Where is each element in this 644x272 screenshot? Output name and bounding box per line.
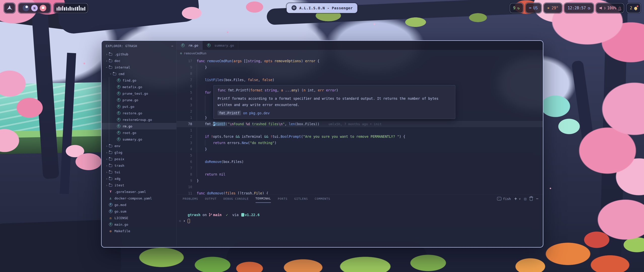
- panel-more-icon[interactable]: ⋯: [536, 196, 538, 201]
- app-launcher-button[interactable]: [4, 3, 15, 13]
- code-line[interactable]: 11func doRemove(files []trash.File) {: [177, 190, 543, 194]
- tree-item-label: restoreGroup.go: [123, 118, 152, 122]
- clock-widget[interactable]: 12:28:57 ◷: [564, 3, 594, 13]
- panel-tab-ports[interactable]: PORTS: [278, 195, 288, 203]
- panel-tab-gitlens[interactable]: GITLENS: [294, 195, 308, 203]
- prompt-segment: on: [200, 213, 209, 217]
- code-line[interactable]: 4 }: [177, 146, 543, 152]
- code-line[interactable]: 7: [177, 165, 543, 171]
- tree-item-put.go[interactable]: Gput.go: [102, 103, 176, 110]
- kill-terminal-icon[interactable]: [530, 198, 533, 201]
- tree-item-prune_test.go[interactable]: Gprune_test.go: [102, 90, 176, 97]
- code-token: .: [252, 191, 254, 194]
- new-terminal-button[interactable]: +: [514, 196, 517, 201]
- code-line[interactable]: 8 return nil: [177, 171, 543, 178]
- notion-icon[interactable]: N: [31, 5, 38, 11]
- tree-item-prune.go[interactable]: Gprune.go: [102, 97, 176, 103]
- tree-item-metafix.go[interactable]: Gmetafix.go: [102, 84, 176, 90]
- code-line[interactable]: 9}: [177, 178, 543, 184]
- weather-widget[interactable]: ☀ 29°: [544, 3, 562, 13]
- tree-item-go.sum[interactable]: Ggo.sum: [102, 208, 176, 215]
- code-line[interactable]: 78 fmt.Printf("\nFound %d trashed files\…: [177, 121, 543, 127]
- prompt-segment: [222, 213, 226, 217]
- notifications-widget[interactable]: 2: [626, 3, 641, 13]
- keyboard-icon: ⌨: [529, 6, 531, 10]
- code-text: listFiles(box.Files, false, false): [197, 77, 274, 83]
- tree-item-root.go[interactable]: Groot.go: [102, 129, 176, 136]
- tree-item-main.go[interactable]: Gmain.go: [102, 221, 176, 228]
- tree-item-LICENSE[interactable]: ⚖LICENSE: [102, 215, 176, 221]
- code-line[interactable]: 10: [177, 184, 543, 190]
- now-playing-widget[interactable]: A.L.I.S.O.N - Passenger: [287, 3, 357, 13]
- document-icon[interactable]: [40, 5, 46, 11]
- folder-icon: [108, 151, 113, 154]
- line-number: 6: [177, 83, 192, 89]
- code-line[interactable]: 9 }: [177, 64, 543, 71]
- tree-item-tui[interactable]: ›tui: [102, 169, 176, 175]
- tree-item-.goreleaser.yaml[interactable]: Y.goreleaser.yaml: [102, 188, 176, 195]
- tree-item-cmd[interactable]: ›cmd: [102, 71, 176, 77]
- code-line[interactable]: 3 return errors.New("do nothing"): [177, 140, 543, 146]
- folder-icon: [108, 157, 113, 160]
- code-text: doRemove(box.Files): [197, 159, 244, 165]
- go-glyph: G: [117, 131, 120, 134]
- audio-widget[interactable]: 100%: [596, 3, 624, 13]
- tree-item-restoreGroup.go[interactable]: GrestoreGroup.go: [102, 116, 176, 123]
- split-terminal-icon[interactable]: ◫: [524, 197, 526, 201]
- code-token: \n: [229, 122, 233, 126]
- tree-item-go.mod[interactable]: Ggo.mod: [102, 201, 176, 208]
- code-line[interactable]: 8: [177, 71, 543, 77]
- tree-item-summary.go[interactable]: Gsummary.go: [102, 136, 176, 143]
- terminal-dropdown-icon[interactable]: ∨: [519, 197, 521, 200]
- more-actions-icon[interactable]: ⋯: [171, 44, 173, 48]
- terminal-cursor: [188, 219, 190, 223]
- code-line[interactable]: 1: [177, 127, 543, 133]
- code-line[interactable]: 5: [177, 152, 543, 159]
- tree-item-docker-compose.yaml[interactable]: ⚓docker-compose.yaml: [102, 195, 176, 201]
- tree-item-glog[interactable]: ›glog: [102, 149, 176, 156]
- tree-item-env[interactable]: ›env: [102, 143, 176, 149]
- tree-item-label: Makefile: [114, 229, 130, 233]
- tree-item-posix[interactable]: ›posix: [102, 156, 176, 162]
- keyboard-layout-widget[interactable]: ⌨ US: [526, 3, 541, 13]
- code-line[interactable]: 6 doRemove(box.Files): [177, 159, 543, 165]
- tree-item-rm.go[interactable]: Grm.go: [102, 123, 176, 129]
- code-line[interactable]: 7 listFiles(box.Files, false, false): [177, 77, 543, 83]
- now-playing-title: A.L.I.S.O.N - Passenger: [299, 6, 353, 10]
- tree-item-.github[interactable]: ›.github: [102, 51, 176, 57]
- go-glyph: G: [117, 124, 120, 128]
- panel-tab-debug-console[interactable]: DEBUG CONSOLE: [223, 195, 249, 203]
- panel-tab-terminal[interactable]: TERMINAL: [256, 195, 271, 203]
- tree-item-trash[interactable]: ›trash: [102, 162, 176, 169]
- breadcrumb[interactable]: ◇ removeCmdRun: [177, 50, 543, 56]
- tree-item-Makefile[interactable]: ⚙Makefile: [102, 228, 176, 234]
- tab-rm.go[interactable]: Grm.go: [177, 41, 203, 50]
- code-area[interactable]: 17func removeCmdRun(args []string, opts …: [177, 56, 543, 194]
- go-icon: G: [116, 105, 121, 108]
- browser-icon[interactable]: [23, 5, 29, 11]
- line-number: 4: [177, 146, 192, 152]
- tree-item-doc[interactable]: ›doc: [102, 57, 176, 64]
- pkg-go-dev-link[interactable]: pkg.go.dev: [249, 111, 270, 115]
- code-line[interactable]: 17func removeCmdRun(args []string, opts …: [177, 58, 543, 64]
- tree-item-xdg[interactable]: ›xdg: [102, 175, 176, 182]
- panel-tab-output[interactable]: OUTPUT: [205, 195, 217, 203]
- code-line[interactable]: 2 if !opts.force && isTerminal && !tui.B…: [177, 133, 543, 140]
- terminal-prompt-line: gtrash on main ✓ via v1.22.6: [188, 212, 543, 218]
- panel-tab-problems[interactable]: PROBLEMS: [183, 195, 198, 203]
- code-text: }: [197, 64, 207, 71]
- go-glyph: G: [207, 44, 211, 47]
- vscode-window: EXPLORER: GTRASH ⋯ ›.github›doc›internal…: [101, 40, 543, 248]
- panel-tab-comments[interactable]: COMMENTS: [315, 195, 330, 203]
- line-number: 7: [177, 77, 192, 83]
- code-token: errors: [227, 141, 240, 145]
- code-text: }: [197, 146, 207, 152]
- code-token: [233, 134, 235, 139]
- updates-widget[interactable]: 9 ↻: [510, 3, 523, 13]
- tree-item-itest[interactable]: ›itest: [102, 182, 176, 188]
- tree-item-restore.go[interactable]: Grestore.go: [102, 110, 176, 116]
- tree-item-find.go[interactable]: Gfind.go: [102, 77, 176, 84]
- tree-item-internal[interactable]: ›internal: [102, 64, 176, 71]
- tab-summary.go[interactable]: Gsummary.go: [203, 41, 238, 50]
- terminal-content[interactable]: gtrash on main ✓ via v1.22.6 ›: [177, 203, 543, 248]
